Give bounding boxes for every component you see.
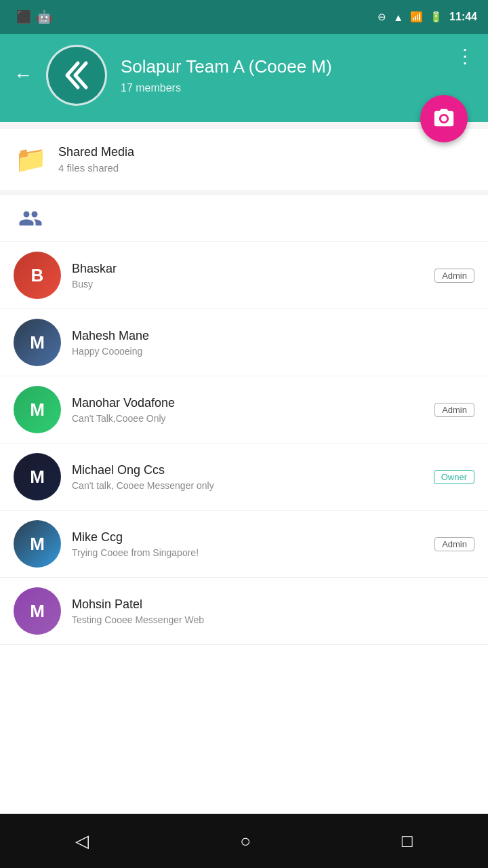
member-status: Trying Cooee from Singapore! <box>72 547 434 558</box>
member-info: Manohar VodafoneCan't Talk,Cooee Only <box>72 396 434 424</box>
member-name: Mike Ccg <box>72 530 434 545</box>
member-info: Mike CcgTrying Cooee from Singapore! <box>72 530 434 558</box>
content-area: 📁 Shared Media 4 files shared BBhaskarBu… <box>0 122 488 645</box>
battery-icon: 🔋 <box>430 11 443 23</box>
member-status: Can't talk, Cooee Messenger only <box>72 480 434 491</box>
shared-media-section[interactable]: 📁 Shared Media 4 files shared <box>0 129 488 190</box>
android-icon: 🤖 <box>37 9 52 24</box>
recent-nav-button[interactable]: □ <box>382 824 433 859</box>
member-badge: Admin <box>434 403 474 417</box>
member-badge: Admin <box>434 269 474 283</box>
screen-icon: ⬛ <box>16 9 31 24</box>
member-status: Testing Cooee Messenger Web <box>72 614 474 625</box>
member-avatar: B <box>14 252 61 299</box>
camera-fab-button[interactable] <box>420 95 468 142</box>
home-nav-button[interactable]: ○ <box>220 824 271 859</box>
folder-icon-container: 📁 <box>14 142 47 176</box>
signal-icon: 📶 <box>410 11 423 23</box>
status-bar: ⬛ 🤖 ⊖ ▲ 📶 🔋 11:44 <box>0 0 488 34</box>
group-info: Solapur Team A (Cooee M) 17 members <box>121 56 474 94</box>
member-name: Mohsin Patel <box>72 597 474 612</box>
members-group-icon <box>14 206 47 231</box>
member-status: Can't Talk,Cooee Only <box>72 413 434 424</box>
member-info: Mohsin PatelTesting Cooee Messenger Web <box>72 597 474 625</box>
more-options-button[interactable]: ⋮ <box>455 45 474 67</box>
group-name: Solapur Team A (Cooee M) <box>121 56 474 77</box>
member-info: BhaskarBusy <box>72 262 434 290</box>
header: ← Solapur Team A (Cooee M) 17 members ⋮ <box>0 34 488 122</box>
member-avatar: M <box>14 520 61 568</box>
member-name: Bhaskar <box>72 262 434 276</box>
back-nav-button[interactable]: ◁ <box>55 824 109 859</box>
camera-icon <box>432 107 455 130</box>
members-section: BBhaskarBusyAdminMMahesh ManeHappy Coooe… <box>0 195 488 645</box>
member-info: Michael Ong CcsCan't talk, Cooee Messeng… <box>72 463 434 491</box>
member-name: Manohar Vodafone <box>72 396 434 410</box>
bottom-navigation: ◁ ○ □ <box>0 814 488 868</box>
member-info: Mahesh ManeHappy Coooeing <box>72 329 474 357</box>
shared-media-text: Shared Media 4 files shared <box>58 145 134 174</box>
member-row[interactable]: MMichael Ong CcsCan't talk, Cooee Messen… <box>0 443 488 511</box>
member-avatar: M <box>14 386 61 433</box>
folder-icon: 📁 <box>15 144 47 174</box>
members-count: 17 members <box>121 82 474 94</box>
member-status: Happy Coooeing <box>72 346 474 357</box>
member-status: Busy <box>72 279 434 290</box>
member-avatar: M <box>14 587 61 635</box>
shared-media-subtitle: 4 files shared <box>58 162 134 174</box>
members-header <box>0 195 488 242</box>
member-row[interactable]: MMohsin PatelTesting Cooee Messenger Web <box>0 578 488 645</box>
shared-media-title: Shared Media <box>58 145 134 159</box>
member-row[interactable]: MMahesh ManeHappy Coooeing <box>0 309 488 376</box>
member-row[interactable]: MManohar VodafoneCan't Talk,Cooee OnlyAd… <box>0 376 488 443</box>
member-name: Michael Ong Ccs <box>72 463 434 477</box>
member-avatar: M <box>14 319 61 366</box>
member-badge: Admin <box>434 537 474 551</box>
member-badge: Owner <box>434 470 474 484</box>
member-row[interactable]: MMike CcgTrying Cooee from Singapore!Adm… <box>0 511 488 578</box>
back-button[interactable]: ← <box>14 64 33 86</box>
member-name: Mahesh Mane <box>72 329 474 343</box>
member-row[interactable]: BBhaskarBusyAdmin <box>0 242 488 309</box>
group-avatar <box>46 45 107 106</box>
wifi-icon: ▲ <box>393 12 403 23</box>
time-display: 11:44 <box>449 11 477 23</box>
group-avatar-icon <box>56 55 97 96</box>
member-avatar: M <box>14 453 61 500</box>
do-not-disturb-icon: ⊖ <box>378 11 386 23</box>
